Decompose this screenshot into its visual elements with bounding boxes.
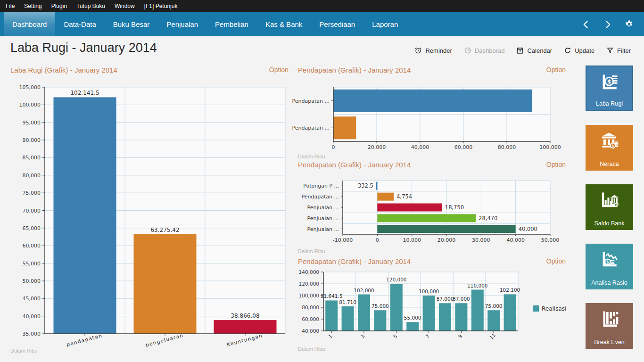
action-label: Update — [575, 47, 594, 54]
nav-tab-persediaan[interactable]: Persediaan — [311, 12, 363, 36]
svg-text:5: 5 — [392, 333, 398, 339]
svg-text:40,000: 40,000 — [519, 226, 537, 232]
menubar-item-tutup-buku[interactable]: Tutup Buku — [72, 0, 110, 12]
svg-text:70,000: 70,000 — [23, 208, 41, 214]
tile-neraca[interactable]: $Neraca — [586, 125, 633, 171]
svg-text:Realisasi: Realisasi — [542, 305, 566, 312]
nav-forward-button chevron-right-icon[interactable] — [603, 20, 612, 29]
menubar-item-window[interactable]: Window — [110, 0, 140, 12]
svg-text:60,000: 60,000 — [302, 316, 319, 322]
svg-text:87,000: 87,000 — [437, 296, 454, 302]
svg-text:80,000: 80,000 — [302, 304, 319, 310]
nav-tab-pembelian[interactable]: Pembelian — [206, 12, 257, 36]
svg-text:75,000: 75,000 — [485, 303, 503, 309]
svg-text:-10,000: -10,000 — [333, 237, 353, 243]
svg-text:110,000: 110,000 — [467, 283, 487, 288]
svg-text:85,000: 85,000 — [23, 155, 41, 161]
nav-tab-kas-bank[interactable]: Kas & Bank — [257, 12, 311, 36]
svg-text:20,000: 20,000 — [368, 144, 386, 150]
tile-analisa-rasio[interactable]: $Analisa Rasio — [586, 244, 633, 289]
page-title: Laba Rugi - January 2014 — [10, 41, 157, 55]
svg-text:45,000: 45,000 — [23, 296, 41, 302]
chart-panel-pendapatan-1: Pendapatan (Grafik) - January 2014 Optio… — [298, 66, 566, 160]
nav-tab-buku-besar[interactable]: Buku Besar — [105, 12, 158, 36]
menubar-item-file[interactable]: File — [1, 0, 19, 12]
update-button[interactable]: Update — [564, 47, 594, 54]
realisasi-monthly-bar-chart: 40,00060,00080,000100,000120,000140,0009… — [298, 268, 566, 353]
report-tile-rail: $Laba Rugi$Neraca$Saldo Bank$Analisa Ras… — [586, 66, 633, 349]
option-link[interactable]: Option — [269, 66, 289, 74]
calendar-button[interactable]: 7Calendar — [516, 47, 552, 54]
svg-text:95,000: 95,000 — [23, 120, 41, 126]
settings-button gear-icon[interactable] — [625, 20, 634, 29]
svg-text:0: 0 — [376, 237, 379, 243]
svg-text:38,866.08: 38,866.08 — [231, 313, 259, 319]
action-label: Calendar — [527, 47, 552, 54]
panel-title: Pendapatan (Grafik) - January 2014 — [298, 257, 411, 265]
tile-saldo-bank[interactable]: $Saldo Bank — [586, 184, 633, 230]
tile-label: Analisa Rasio — [586, 280, 633, 286]
dashborad-button: Dashborad — [464, 47, 505, 54]
reminder-button[interactable]: Reminder — [414, 47, 452, 54]
option-link[interactable]: Option — [546, 257, 566, 265]
nav-back-button chevron-left-icon[interactable] — [581, 20, 591, 29]
unit-note: Dalam Ribu — [10, 348, 37, 354]
tile-label: Laba Rugi — [586, 100, 632, 107]
unit-note: Dalam Ribu — [298, 248, 325, 254]
svg-text:100,000: 100,000 — [419, 288, 439, 294]
svg-text:63,275.42: 63,275.42 — [150, 227, 179, 233]
svg-text:50,000: 50,000 — [541, 237, 560, 243]
chart-panel-pendapatan-3: Pendapatan (Grafik) - January 2014 Optio… — [298, 257, 566, 356]
svg-text:102,000: 102,000 — [354, 288, 374, 293]
tile-break-even[interactable]: Break Even — [586, 303, 633, 349]
refresh-icon — [564, 47, 571, 54]
svg-text:102,141.5: 102,141.5 — [70, 90, 99, 96]
menubar-item-setting[interactable]: Setting — [19, 0, 46, 12]
svg-text:$: $ — [615, 204, 617, 206]
tile-laba-rugi[interactable]: $Laba Rugi — [586, 66, 633, 111]
svg-text:105,000: 105,000 — [19, 84, 41, 90]
option-link[interactable]: Option — [546, 161, 566, 168]
menubar-item-f1-petunjuk[interactable]: [F1] Petunjuk — [140, 0, 182, 12]
svg-text:Pendapatan ...: Pendapatan ... — [292, 98, 330, 104]
svg-text:40,000: 40,000 — [411, 144, 429, 150]
svg-text:10,000: 10,000 — [403, 237, 421, 243]
svg-text:pengeluaran: pengeluaran — [145, 332, 184, 348]
nav-tab-laporan[interactable]: Laporan — [363, 12, 406, 36]
svg-text:28,470: 28,470 — [479, 215, 497, 222]
tile-label: Break Even — [586, 339, 633, 346]
svg-text:Pendapatan ...: Pendapatan ... — [302, 194, 339, 200]
svg-text:90,000: 90,000 — [23, 137, 41, 143]
svg-text:75,000: 75,000 — [372, 303, 389, 309]
svg-text:$: $ — [607, 78, 611, 85]
svg-text:7: 7 — [425, 333, 430, 339]
svg-text:30,000: 30,000 — [472, 237, 490, 243]
svg-text:120,000: 120,000 — [386, 277, 406, 282]
nav-tab-data-data[interactable]: Data-Data — [55, 12, 104, 36]
svg-text:120,000: 120,000 — [299, 281, 319, 287]
action-label: Filter — [617, 47, 631, 54]
nav-tab-penjualan[interactable]: Penjualan — [158, 12, 206, 36]
svg-text:0: 0 — [332, 144, 335, 150]
svg-text:50,000: 50,000 — [23, 278, 41, 284]
svg-text:-332.5: -332.5 — [356, 182, 373, 189]
svg-text:80,000: 80,000 — [498, 144, 516, 150]
menubar-item-plugin[interactable]: Plugin — [47, 0, 72, 12]
option-link[interactable]: Option — [546, 66, 566, 74]
header-actions: ReminderDashborad7CalendarUpdateFilter — [414, 47, 631, 54]
pendapatan-hbar-chart: 020,00040,00060,00080,000100,000Pendapat… — [298, 77, 566, 153]
nav-tab-dashboard[interactable]: Dashboard — [4, 12, 55, 36]
svg-text:Penjualan ...: Penjualan ... — [307, 215, 339, 222]
app-window: FileSettingPluginTutup BukuWindow[F1] Pe… — [0, 0, 644, 362]
panel-title: Pendapatan (Grafik) - January 2014 — [298, 66, 411, 74]
svg-text:$: $ — [611, 144, 614, 148]
pendapatan-detail-hbar-chart: -10,000010,00020,00030,00040,00050,000-3… — [298, 172, 566, 247]
svg-text:87,000: 87,000 — [453, 296, 470, 302]
panel-title: Pendapatan (Grafik) - January 2014 — [298, 161, 411, 169]
svg-text:100,000: 100,000 — [299, 293, 319, 298]
svg-text:80,000: 80,000 — [23, 173, 41, 179]
svg-text:40,000: 40,000 — [302, 328, 319, 334]
svg-text:$: $ — [606, 260, 609, 264]
svg-text:40,000: 40,000 — [506, 237, 525, 243]
filter-button[interactable]: Filter — [606, 47, 631, 54]
